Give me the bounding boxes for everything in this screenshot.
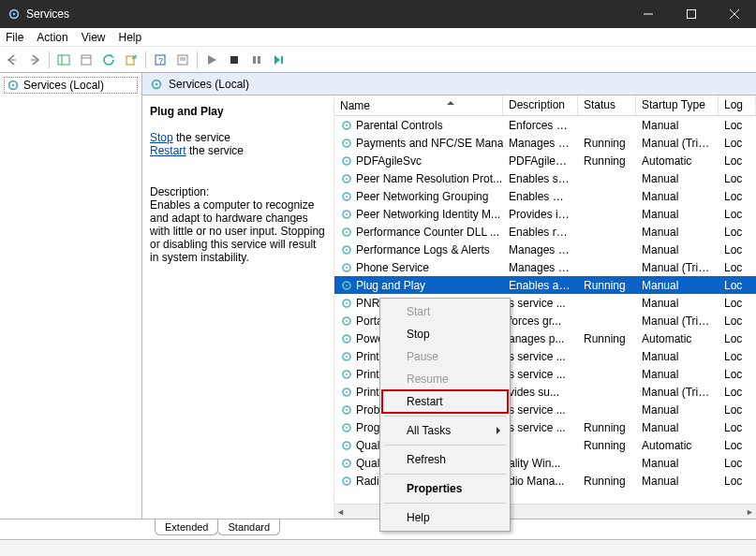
service-status: Running [578,332,636,345]
context-menu-properties[interactable]: Properties [382,477,508,500]
service-logon: Loc [719,261,756,274]
service-description: ality Win... [503,457,578,470]
help-icon[interactable]: ? [150,50,170,70]
service-row[interactable]: Parental ControlsEnforces pa...ManualLoc [334,116,756,134]
service-gear-icon [340,279,353,292]
minimize-button[interactable] [627,0,670,28]
back-button[interactable] [2,50,22,70]
service-startup-type: Manual [636,172,719,185]
service-row[interactable]: Phone ServiceManages th...Manual (Trig..… [334,258,756,276]
context-menu-restart[interactable]: Restart [382,390,508,413]
service-name: Phone Service [356,261,429,274]
service-status: Running [578,475,636,488]
column-logon[interactable]: Log [719,95,756,115]
column-status[interactable]: Status [578,95,636,115]
svg-point-25 [156,82,158,85]
context-menu-help[interactable]: Help [382,506,508,529]
stop-service-icon[interactable] [224,50,245,70]
service-logon: Loc [719,279,756,292]
service-startup-type: Manual [636,279,719,292]
column-startup-type[interactable]: Startup Type [636,95,719,115]
properties-icon[interactable] [76,50,96,70]
service-logon: Loc [719,226,756,239]
service-description: Provides ide... [503,208,578,221]
service-startup-type: Manual [636,457,719,470]
pause-service-icon[interactable] [246,50,267,70]
context-menu-all-tasks[interactable]: All Tasks [382,419,508,442]
service-name: Peer Networking Identity M... [356,208,500,221]
stop-service-link[interactable]: Stop [150,131,173,144]
context-menu-stop[interactable]: Stop [382,323,508,345]
maximize-button[interactable] [670,0,713,28]
menu-action[interactable]: Action [37,31,67,44]
toolbar: ? [0,47,756,73]
service-gear-icon [340,350,353,363]
service-row[interactable]: Plug and PlayEnables a c...RunningManual… [334,276,756,294]
svg-point-27 [346,124,348,125]
help-topic-icon[interactable] [172,50,193,70]
menu-view[interactable]: View [82,31,106,44]
tab-extended[interactable]: Extended [155,519,218,535]
refresh-icon[interactable] [98,50,119,70]
service-logon: Loc [719,243,756,256]
column-name[interactable]: Name [334,95,503,115]
service-description: Enforces pa... [503,119,578,132]
service-gear-icon [340,386,353,399]
svg-point-35 [346,195,348,197]
service-logon: Loc [719,403,756,417]
service-description: Enables serv... [503,172,578,185]
service-logon: Loc [719,315,756,328]
service-logon: Loc [719,332,756,345]
service-row[interactable]: Peer Networking GroupingEnables mul...Ma… [334,187,756,205]
service-row[interactable]: PDFAgileSvcPDFAgileSvcRunningAutomaticLo… [334,152,756,169]
service-gear-icon [340,154,353,168]
close-button[interactable] [713,0,756,28]
export-list-icon[interactable] [121,50,141,70]
service-startup-type: Manual [636,243,719,256]
svg-point-61 [346,426,348,428]
svg-point-37 [346,212,348,214]
scroll-left-icon[interactable]: ◄ [336,507,345,517]
service-row[interactable]: Peer Networking Identity M...Provides id… [334,205,756,223]
service-startup-type: Manual [636,297,719,310]
service-startup-type: Manual [636,226,719,239]
svg-point-33 [346,177,348,179]
scroll-right-icon[interactable]: ► [746,507,754,517]
show-hide-tree-icon[interactable] [53,50,74,70]
restart-service-icon[interactable] [269,50,289,70]
service-startup-type: Manual [636,350,719,363]
service-row[interactable]: Performance Logs & AlertsManages th...Ma… [334,241,756,258]
menu-file[interactable]: File [6,31,23,44]
service-gear-icon [340,137,353,150]
service-status: Running [578,279,636,292]
menubar: File Action View Help [0,28,756,47]
service-row[interactable]: Peer Name Resolution Prot...Enables serv… [334,169,756,187]
context-menu-refresh[interactable]: Refresh [382,448,508,471]
service-logon: Loc [719,297,756,310]
context-menu-separator [384,416,506,417]
service-description: forces gr... [503,315,578,328]
svg-marker-20 [274,55,280,65]
service-description: s service ... [503,421,578,434]
service-row[interactable]: Performance Counter DLL ...Enables rem..… [334,223,756,241]
service-gear-icon [340,119,353,132]
service-name: Peer Networking Grouping [356,190,488,203]
service-gear-icon [340,315,353,328]
forward-button[interactable] [24,50,45,70]
submenu-arrow-icon [497,427,500,434]
restart-service-link[interactable]: Restart [150,144,186,157]
column-description[interactable]: Description [503,95,578,115]
service-startup-type: Automatic [636,439,719,452]
tree-item-services-local[interactable]: Services (Local) [4,77,138,94]
service-description: anages p... [503,332,578,345]
description-text: Enables a computer to recognize and adap… [150,198,326,264]
service-row[interactable]: Payments and NFC/SE Mana...Manages pa...… [334,134,756,152]
menu-help[interactable]: Help [119,31,142,44]
service-gear-icon [340,172,353,185]
tab-strip: Extended Standard [0,519,756,539]
svg-point-49 [346,319,348,321]
svg-point-47 [346,301,348,303]
tab-standard[interactable]: Standard [217,519,280,535]
start-service-icon[interactable] [201,50,222,70]
service-logon: Loc [719,154,756,168]
